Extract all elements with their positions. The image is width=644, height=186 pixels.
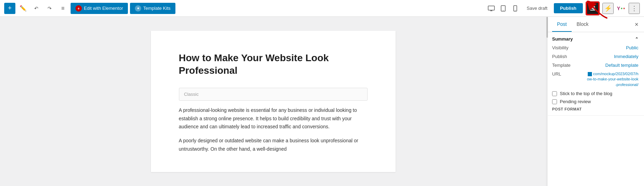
template-value[interactable]: Default template — [605, 63, 638, 68]
classic-block[interactable]: Classic — [179, 88, 368, 101]
url-label: URL — [552, 71, 561, 77]
list-view-button[interactable]: ≡ — [57, 3, 68, 14]
pending-review-label: Pending review — [560, 99, 591, 104]
sidebar-scrollbar[interactable] — [547, 17, 548, 186]
toolbar-right: Save draft Publish ⚡ Y ● ● — [486, 2, 640, 15]
yoast-icon: Y ● ● — [617, 6, 625, 11]
publish-row-label: Publish — [552, 54, 567, 59]
editor-content: How to Make Your Website Look Profession… — [151, 31, 396, 172]
tablet-view-button[interactable] — [498, 3, 508, 14]
sidebar-tabs: Post Block — [552, 17, 593, 32]
tab-block[interactable]: Block — [572, 17, 593, 32]
sidebar-header: Post Block × — [547, 17, 644, 32]
user-profile-button[interactable]: ⚡ — [602, 3, 614, 14]
paragraph-1[interactable]: A professional-looking website is essent… — [179, 106, 368, 131]
visibility-value[interactable]: Public — [626, 45, 638, 50]
post-format-label: POST FORMAT — [552, 107, 638, 111]
settings-button[interactable] — [586, 2, 599, 15]
publish-row: Publish Immediately — [552, 54, 638, 59]
stick-to-top-checkbox[interactable] — [552, 91, 557, 96]
toolbar-left: + ✏️ ↶ ↷ ≡ e Edit with Elementor ★ Templ… — [4, 3, 486, 14]
publish-button[interactable]: Publish — [554, 3, 583, 13]
svg-rect-9 — [590, 10, 595, 10]
template-kits-button[interactable]: ★ Template Kits — [130, 3, 175, 14]
svg-rect-7 — [590, 6, 595, 7]
sidebar-body: Summary ⌃ Visibility Public Publish Imme… — [547, 32, 644, 186]
sidebar-scroll-thumb — [547, 17, 548, 38]
tab-post[interactable]: Post — [552, 17, 572, 32]
sidebar-panel: Post Block × Summary ⌃ Visibility Public… — [546, 17, 644, 186]
visibility-row: Visibility Public — [552, 45, 638, 50]
template-row: Template Default template — [552, 63, 638, 68]
edit-with-elementor-button[interactable]: e Edit with Elementor — [71, 3, 128, 14]
settings-button-wrapper — [586, 2, 599, 15]
summary-label: Summary — [552, 36, 573, 42]
summary-section-header[interactable]: Summary ⌃ — [552, 36, 638, 42]
device-icons — [486, 3, 520, 14]
desktop-view-button[interactable] — [486, 3, 497, 14]
svg-point-4 — [503, 10, 504, 10]
post-title[interactable]: How to Make Your Website Look Profession… — [179, 52, 368, 77]
mobile-view-button[interactable] — [510, 3, 520, 14]
template-kits-label: Template Kits — [143, 6, 171, 11]
paragraph-2[interactable]: A poorly designed or outdated website ca… — [179, 137, 368, 153]
sidebar-close-button[interactable]: × — [635, 21, 638, 28]
svg-point-6 — [515, 10, 515, 10]
editor-area: How to Make Your Website Look Profession… — [0, 17, 546, 186]
pending-review-checkbox[interactable] — [552, 99, 557, 104]
template-kits-icon: ★ — [135, 5, 141, 12]
stick-to-top-label: Stick to the top of the blog — [560, 91, 612, 96]
publish-row-value[interactable]: Immediately — [614, 54, 638, 59]
visibility-label: Visibility — [552, 45, 569, 50]
summary-section: Summary ⌃ Visibility Public Publish Imme… — [547, 32, 644, 116]
add-block-button[interactable]: + — [4, 3, 15, 14]
svg-rect-0 — [488, 6, 494, 10]
pending-review-row: Pending review — [552, 99, 638, 104]
main-layout: How to Make Your Website Look Profession… — [0, 17, 644, 186]
template-label: Template — [552, 63, 571, 68]
summary-chevron-icon: ⌃ — [635, 37, 638, 42]
undo-button[interactable]: ↶ — [31, 3, 42, 14]
svg-rect-10 — [593, 7, 595, 9]
url-value[interactable]: com/mockup/2023/02/07/how-to-make-your-w… — [586, 71, 638, 87]
elementor-icon: e — [75, 5, 82, 12]
elementor-button-label: Edit with Elementor — [84, 6, 123, 11]
stick-to-top-row: Stick to the top of the blog — [552, 91, 638, 96]
save-draft-button[interactable]: Save draft — [524, 3, 550, 13]
url-copy-icon — [588, 72, 592, 76]
more-options-button[interactable]: ⋮ — [629, 3, 640, 14]
url-row: URL com/mockup/2023/02/07/how-to-make-yo… — [552, 71, 638, 87]
redo-button[interactable]: ↷ — [44, 3, 55, 14]
top-toolbar: + ✏️ ↶ ↷ ≡ e Edit with Elementor ★ Templ… — [0, 0, 644, 17]
edit-pencil-button[interactable]: ✏️ — [17, 3, 29, 14]
